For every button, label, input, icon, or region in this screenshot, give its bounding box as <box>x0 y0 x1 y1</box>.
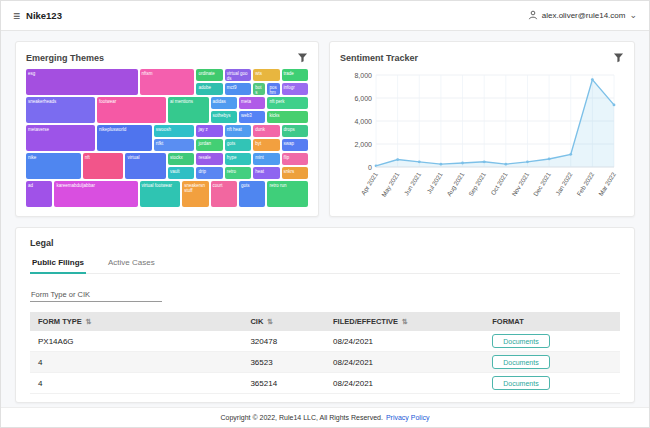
treemap-tile[interactable]: adidas <box>211 97 237 109</box>
treemap-tile[interactable]: infogr <box>282 83 308 95</box>
treemap-tile[interactable]: sneakersnstuff <box>182 181 208 207</box>
treemap-tile[interactable]: gots <box>239 181 265 207</box>
treemap-tile[interactable]: sothebys <box>211 111 237 123</box>
column-header[interactable]: CIK⇅ <box>242 312 325 331</box>
treemap-tile[interactable]: virtual goods <box>225 69 251 81</box>
cell-form-type: 4 <box>30 352 242 373</box>
treemap-tile[interactable]: nikeplusworld <box>97 125 152 151</box>
svg-text:Nov 2021: Nov 2021 <box>510 170 530 197</box>
treemap-tile[interactable]: nft heat <box>225 125 251 137</box>
filter-icon[interactable] <box>613 52 624 63</box>
treemap-tile[interactable]: jay z <box>196 125 222 137</box>
treemap-tile[interactable]: retro run <box>267 181 308 207</box>
treemap-tile[interactable]: retro <box>225 167 251 179</box>
sort-icon[interactable]: ⇅ <box>86 318 92 325</box>
treemap-tile[interactable]: mint <box>253 153 279 165</box>
column-header[interactable]: FORM TYPE⇅ <box>30 312 242 331</box>
treemap-tile[interactable]: kicks <box>267 111 308 123</box>
treemap-tile[interactable]: footwear <box>97 97 166 123</box>
treemap-tile[interactable]: resale <box>196 153 222 165</box>
treemap-tile[interactable]: hype <box>225 153 251 165</box>
filings-table-body: PX14A6G32047808/24/2021Documents43652308… <box>30 331 620 394</box>
treemap-tile[interactable]: metaverse <box>26 125 95 151</box>
treemap-tile[interactable]: mct9 <box>225 83 251 95</box>
treemap-tile[interactable]: virtual footwear <box>140 181 181 207</box>
svg-text:2,000: 2,000 <box>354 141 372 148</box>
treemap-tile[interactable]: swap <box>282 139 308 151</box>
treemap-tile[interactable]: gots <box>225 139 251 151</box>
treemap-tile[interactable]: nftsm <box>140 69 195 95</box>
menu-icon[interactable]: ≡ <box>13 10 20 22</box>
privacy-policy-link[interactable]: Privacy Policy <box>386 414 430 421</box>
column-header[interactable]: FILED/EFFECTIVE⇅ <box>325 312 484 331</box>
treemap-tile[interactable]: virtual <box>125 153 166 179</box>
treemap-tile[interactable]: meta <box>239 97 265 109</box>
cell-form-type: PX14A6G <box>30 331 242 352</box>
svg-text:May 2021: May 2021 <box>380 170 402 198</box>
svg-text:Jul 2021: Jul 2021 <box>425 170 444 194</box>
svg-text:0: 0 <box>368 164 372 171</box>
cell-format: Documents <box>484 352 620 373</box>
treemap-tile[interactable]: snkrs <box>282 167 308 179</box>
treemap-tile[interactable]: wts <box>253 69 279 81</box>
svg-text:Mar 2022: Mar 2022 <box>597 170 617 197</box>
treemap-tile[interactable]: court <box>211 181 237 207</box>
treemap-tile[interactable]: nike <box>26 153 81 179</box>
svg-text:Jun 2021: Jun 2021 <box>402 170 422 196</box>
sort-icon[interactable]: ⇅ <box>267 318 273 325</box>
treemap-tile[interactable]: ordinate <box>196 69 222 81</box>
sort-icon[interactable]: ⇅ <box>402 318 408 325</box>
form-type-cik-input[interactable] <box>30 288 162 302</box>
treemap-tile[interactable]: swoosh <box>154 125 195 137</box>
sentiment-tracker-card: Sentiment Tracker 02,0004,0006,0008,000A… <box>329 41 635 217</box>
sentiment-tracker-title: Sentiment Tracker <box>340 53 418 63</box>
filter-icon[interactable] <box>297 52 308 63</box>
treemap-tile[interactable]: jordan <box>196 139 222 151</box>
cell-cik: 365214 <box>242 373 325 394</box>
treemap-tile[interactable]: flip <box>282 153 308 165</box>
cell-form-type: 4 <box>30 373 242 394</box>
treemap-tile[interactable]: esg <box>26 69 138 95</box>
brand-wrap: ≡ Nike123 <box>13 10 62 22</box>
treemap-tile[interactable]: ad <box>26 181 52 207</box>
documents-button[interactable]: Documents <box>492 355 549 369</box>
treemap-tile[interactable]: rtfkt <box>154 139 195 151</box>
svg-text:4,000: 4,000 <box>354 118 372 125</box>
cell-filed-effective: 08/24/2021 <box>325 331 484 352</box>
column-header: FORMAT <box>484 312 620 331</box>
table-row: PX14A6G32047808/24/2021Documents <box>30 331 620 352</box>
cell-filed-effective: 08/24/2021 <box>325 373 484 394</box>
documents-button[interactable]: Documents <box>492 376 549 390</box>
documents-button[interactable]: Documents <box>492 334 549 348</box>
treemap-tile[interactable]: ai mentions <box>168 97 209 123</box>
treemap-tile[interactable]: stockx <box>168 153 194 165</box>
treemap-tile[interactable]: sneakerheads <box>26 97 95 123</box>
treemap-tile[interactable]: drops <box>282 125 308 137</box>
top-bar: ≡ Nike123 alex.oliver@rule14.com ⌄ <box>1 1 649 31</box>
treemap-tile[interactable]: vault <box>168 167 194 179</box>
user-menu[interactable]: alex.oliver@rule14.com ⌄ <box>528 10 637 22</box>
copyright-text: Copyright © 2022, Rule14 LLC, All Rights… <box>221 414 383 421</box>
filings-table: FORM TYPE⇅CIK⇅FILED/EFFECTIVE⇅FORMAT PX1… <box>30 312 620 394</box>
treemap-tile[interactable]: trade <box>282 69 308 81</box>
svg-text:Sep 2021: Sep 2021 <box>467 170 488 198</box>
treemap-tile[interactable]: nft <box>83 153 124 179</box>
sentiment-chart: 02,0004,0006,0008,000Apr 2021May 2021Jun… <box>340 69 624 209</box>
svg-text:Dec 2021: Dec 2021 <box>532 170 552 197</box>
tab-active-cases[interactable]: Active Cases <box>106 256 157 273</box>
treemap-tile[interactable]: heat <box>253 167 279 179</box>
svg-text:Aug 2021: Aug 2021 <box>445 170 466 198</box>
user-email: alex.oliver@rule14.com <box>542 11 626 20</box>
legal-card: Legal Public Filings Active Cases FORM T… <box>15 227 635 403</box>
treemap-tile[interactable]: drip <box>196 167 222 179</box>
tab-public-filings[interactable]: Public Filings <box>30 256 86 274</box>
treemap-tile[interactable]: web3 <box>239 111 265 123</box>
treemap-tile[interactable]: nft perk <box>267 97 308 109</box>
treemap-tile[interactable]: kareemabduljabbar <box>54 181 137 207</box>
treemap-tile[interactable]: bots <box>253 83 265 95</box>
treemap-tile[interactable]: poshmark <box>267 83 279 95</box>
treemap-tile[interactable]: adobe <box>196 83 222 95</box>
treemap-tile[interactable]: dunk <box>253 125 279 137</box>
treemap-tile[interactable]: byt <box>253 139 279 151</box>
main-content: Emerging Themes esgnftsmordinatevirtual … <box>1 31 649 403</box>
